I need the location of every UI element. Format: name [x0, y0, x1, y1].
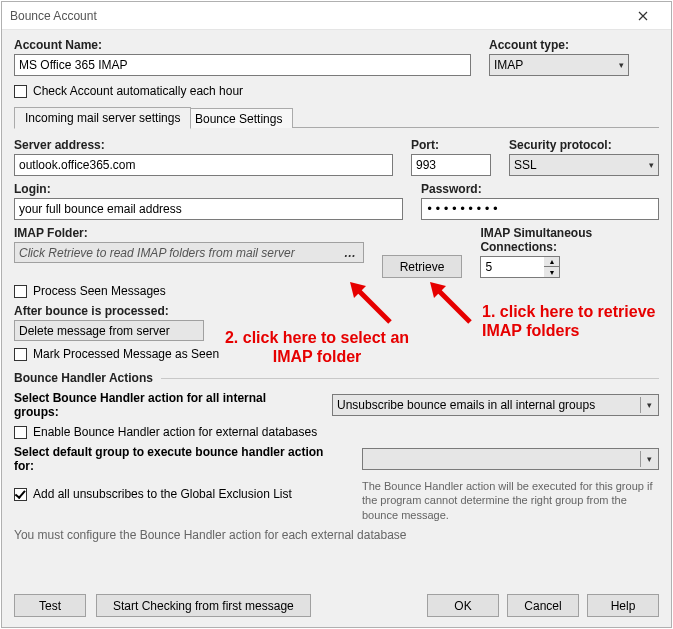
test-button[interactable]: Test	[14, 594, 86, 617]
account-type-select[interactable]: IMAP ▾	[489, 54, 629, 76]
process-seen-checkbox[interactable]	[14, 285, 27, 298]
ok-button[interactable]: OK	[427, 594, 499, 617]
spin-down-icon: ▼	[544, 267, 559, 277]
help-button[interactable]: Help	[587, 594, 659, 617]
server-address-label: Server address:	[14, 138, 393, 152]
mark-processed-label: Mark Processed Message as Seen	[33, 347, 219, 361]
close-button[interactable]	[623, 5, 663, 27]
handler-internal-value: Unsubscribe bounce emails in all interna…	[337, 398, 595, 412]
account-name-input[interactable]	[14, 54, 471, 76]
after-bounce-select[interactable]: Delete message from server	[14, 320, 204, 341]
config-note: You must configure the Bounce Handler ac…	[14, 528, 659, 542]
account-type-label: Account type:	[489, 38, 659, 52]
chevron-down-icon: ▾	[640, 451, 658, 467]
titlebar: Bounce Account	[2, 2, 671, 30]
chevron-down-icon: ▾	[640, 397, 658, 413]
account-type-value: IMAP	[494, 58, 523, 72]
handler-internal-label: Select Bounce Handler action for all int…	[14, 391, 314, 419]
imap-folder-select[interactable]: Click Retrieve to read IMAP folders from…	[14, 242, 364, 263]
tabs: Incoming mail server settings Bounce Set…	[14, 106, 659, 128]
server-address-input[interactable]	[14, 154, 393, 176]
password-label: Password:	[421, 182, 659, 196]
chevron-down-icon: ▾	[619, 60, 624, 70]
default-group-select[interactable]: ▾	[362, 448, 659, 470]
login-input[interactable]	[14, 198, 403, 220]
retrieve-button[interactable]: Retrieve	[382, 255, 462, 278]
ellipsis-icon: …	[341, 246, 359, 260]
login-label: Login:	[14, 182, 403, 196]
security-label: Security protocol:	[509, 138, 659, 152]
security-select[interactable]: SSL ▾	[509, 154, 659, 176]
enable-external-checkbox[interactable]	[14, 426, 27, 439]
password-input[interactable]: •••••••••	[421, 198, 659, 220]
after-bounce-label: After bounce is processed:	[14, 304, 659, 318]
add-unsub-checkbox[interactable]	[14, 488, 27, 501]
imap-sim-label: IMAP Simultaneous Connections:	[480, 226, 659, 254]
default-group-help: The Bounce Handler action will be execut…	[362, 479, 659, 522]
account-name-label: Account Name:	[14, 38, 471, 52]
enable-external-label: Enable Bounce Handler action for externa…	[33, 425, 317, 439]
handler-group-title: Bounce Handler Actions	[14, 371, 659, 385]
process-seen-label: Process Seen Messages	[33, 284, 166, 298]
tab-bounce[interactable]: Bounce Settings	[184, 108, 293, 128]
start-checking-button[interactable]: Start Checking from first message	[96, 594, 311, 617]
port-label: Port:	[411, 138, 491, 152]
cancel-button[interactable]: Cancel	[507, 594, 579, 617]
mark-processed-checkbox[interactable]	[14, 348, 27, 361]
close-icon	[638, 11, 648, 21]
auto-check-checkbox[interactable]	[14, 85, 27, 98]
default-group-label: Select default group to execute bounce h…	[14, 445, 344, 473]
imap-sim-spinner[interactable]: ▲ ▼	[544, 256, 560, 278]
imap-sim-input[interactable]	[480, 256, 544, 278]
security-value: SSL	[514, 158, 537, 172]
spin-up-icon: ▲	[544, 257, 559, 267]
auto-check-label: Check Account automatically each hour	[33, 84, 243, 98]
port-input[interactable]	[411, 154, 491, 176]
imap-folder-label: IMAP Folder:	[14, 226, 364, 240]
window-title: Bounce Account	[10, 9, 97, 23]
tab-incoming[interactable]: Incoming mail server settings	[14, 107, 191, 129]
chevron-down-icon: ▾	[649, 160, 654, 170]
add-unsub-label: Add all unsubscribes to the Global Exclu…	[33, 487, 292, 501]
handler-internal-select[interactable]: Unsubscribe bounce emails in all interna…	[332, 394, 659, 416]
